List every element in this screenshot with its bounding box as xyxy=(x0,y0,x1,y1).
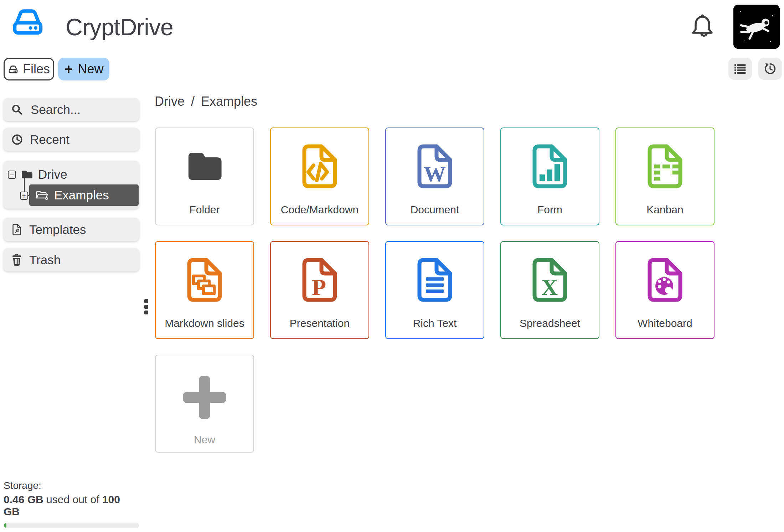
plus-icon xyxy=(179,372,230,423)
expand-icon[interactable]: + xyxy=(20,192,28,200)
search-input[interactable] xyxy=(30,102,131,117)
svg-text:X: X xyxy=(541,275,558,300)
storage-label: Storage: xyxy=(4,480,139,491)
tile-document[interactable]: W Document xyxy=(385,127,484,225)
svg-text:W: W xyxy=(424,162,446,186)
code-file-icon xyxy=(300,143,339,189)
notifications-bell-icon[interactable] xyxy=(691,14,714,40)
clock-icon xyxy=(11,134,23,145)
file-grid: Folder Code/Markdown W Document Form xyxy=(155,127,715,453)
breadcrumb: Drive / Examples xyxy=(155,94,257,109)
templates-label: Templates xyxy=(29,223,86,237)
list-view-button[interactable] xyxy=(728,58,752,80)
search-box[interactable] xyxy=(4,98,139,121)
sidebar-item-recent[interactable]: Recent xyxy=(4,128,139,151)
plus-icon xyxy=(64,64,73,74)
storage-panel: Storage: 0.46 GB used out of 100 GB xyxy=(4,480,139,528)
kanban-file-icon xyxy=(645,143,685,189)
sidebar-resize-handle[interactable] xyxy=(144,299,148,314)
trash-icon xyxy=(11,254,22,266)
page-title: CryptDrive xyxy=(66,14,173,41)
template-file-icon xyxy=(11,224,22,236)
breadcrumb-drive[interactable]: Drive xyxy=(155,94,185,109)
folder-icon xyxy=(21,169,33,179)
tile-code-markdown[interactable]: Code/Markdown xyxy=(270,127,369,225)
tile-label: Code/Markdown xyxy=(281,204,359,216)
drive-tree: − Drive + Examples xyxy=(4,161,139,209)
tile-label: New xyxy=(194,434,215,446)
drive-label: Drive xyxy=(38,167,67,182)
tile-markdown-slides[interactable]: Markdown slides xyxy=(155,241,254,339)
app-logo-icon[interactable] xyxy=(11,8,44,36)
history-button[interactable] xyxy=(758,58,782,80)
sidebar-item-examples[interactable]: Examples xyxy=(29,184,139,206)
user-avatar[interactable] xyxy=(733,5,780,49)
sidebar-item-trash[interactable]: Trash xyxy=(4,248,139,271)
storage-progress-fill xyxy=(4,523,6,528)
tile-kanban[interactable]: Kanban xyxy=(615,127,715,225)
examples-label: Examples xyxy=(54,188,109,202)
tile-rich-text[interactable]: Rich Text xyxy=(385,241,484,339)
recent-label: Recent xyxy=(30,132,69,147)
breadcrumb-separator: / xyxy=(191,94,195,109)
slides-file-icon xyxy=(185,257,224,303)
storage-progress-bar xyxy=(4,523,139,528)
folder-icon xyxy=(183,148,226,184)
files-button[interactable]: Files xyxy=(4,58,54,80)
tile-new[interactable]: New xyxy=(155,355,254,453)
collapse-icon[interactable]: − xyxy=(8,171,16,179)
tile-label: Rich Text xyxy=(413,317,457,329)
trash-label: Trash xyxy=(29,253,61,267)
tile-label: Whiteboard xyxy=(638,317,692,329)
sidebar-item-templates[interactable]: Templates xyxy=(4,218,139,241)
storage-usage-text: 0.46 GB used out of 100 GB xyxy=(4,494,139,518)
new-document-button[interactable]: New xyxy=(58,58,109,80)
tile-folder[interactable]: Folder xyxy=(155,127,254,225)
whiteboard-file-icon xyxy=(645,257,685,303)
tile-label: Presentation xyxy=(290,317,350,329)
tile-label: Form xyxy=(537,204,562,216)
tile-label: Document xyxy=(411,204,459,216)
tile-presentation[interactable]: P Presentation xyxy=(270,241,369,339)
spreadsheet-file-icon: X xyxy=(530,257,569,303)
breadcrumb-examples[interactable]: Examples xyxy=(201,94,257,109)
word-file-icon: W xyxy=(415,143,454,189)
search-icon xyxy=(11,104,23,115)
astronaut-image xyxy=(733,5,780,49)
svg-text:P: P xyxy=(312,274,326,300)
files-button-label: Files xyxy=(23,62,50,77)
tile-form[interactable]: Form xyxy=(500,127,599,225)
tile-spreadsheet[interactable]: X Spreadsheet xyxy=(500,241,599,339)
tile-label: Markdown slides xyxy=(165,317,244,329)
tile-label: Kanban xyxy=(646,204,683,216)
tile-whiteboard[interactable]: Whiteboard xyxy=(615,241,715,339)
list-view-icon xyxy=(734,63,747,74)
drive-icon xyxy=(8,64,19,74)
presentation-file-icon: P xyxy=(300,257,339,303)
form-file-icon xyxy=(530,143,569,189)
new-button-label: New xyxy=(78,62,103,77)
richtext-file-icon xyxy=(415,257,454,303)
tile-label: Folder xyxy=(189,204,220,216)
tree-connector xyxy=(24,177,25,193)
tile-label: Spreadsheet xyxy=(520,317,580,329)
folder-open-icon xyxy=(36,190,48,200)
history-icon xyxy=(764,62,777,75)
sidebar-item-drive[interactable]: − Drive xyxy=(8,167,67,182)
